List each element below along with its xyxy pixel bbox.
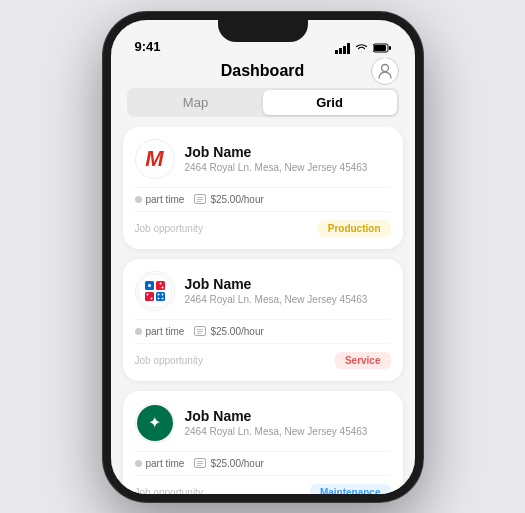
svg-rect-8: [195, 195, 206, 204]
svg-point-17: [161, 286, 163, 288]
mcdonalds-m: M: [145, 146, 163, 172]
job-address-3: 2464 Royal Ln. Mesa, New Jersey 45463: [185, 426, 391, 437]
salary-icon-3: [194, 458, 206, 468]
card-info-2: Job Name 2464 Royal Ln. Mesa, New Jersey…: [185, 276, 391, 305]
tab-switcher: Map Grid: [127, 88, 399, 117]
svg-rect-0: [335, 50, 338, 54]
svg-point-12: [138, 274, 172, 308]
battery-icon: [373, 43, 391, 53]
page-title: Dashboard: [221, 62, 305, 80]
svg-rect-18: [145, 292, 154, 301]
card-details-1: part time $25.00/hour: [135, 187, 391, 212]
starbucks-circle: ✦: [137, 405, 173, 441]
tab-grid[interactable]: Grid: [263, 90, 397, 115]
job-salary-1: $25.00/hour: [194, 194, 263, 205]
signal-icon: [335, 43, 350, 54]
company-logo-starbucks: ✦: [135, 403, 175, 443]
app-content: Dashboard Map Grid M: [111, 58, 415, 494]
badge-production-1: Production: [318, 220, 391, 237]
dot-icon-3: [135, 460, 142, 467]
job-address-1: 2464 Royal Ln. Mesa, New Jersey 45463: [185, 162, 391, 173]
svg-point-7: [381, 64, 388, 71]
job-name-3: Job Name: [185, 408, 391, 424]
job-type-3: part time: [135, 458, 185, 469]
svg-point-19: [146, 293, 148, 295]
job-type-2: part time: [135, 326, 185, 337]
svg-rect-26: [195, 327, 206, 336]
job-card-1[interactable]: M Job Name 2464 Royal Ln. Mesa, New Jers…: [123, 127, 403, 249]
salary-icon-2: [194, 326, 206, 336]
svg-rect-21: [156, 292, 165, 301]
status-bar: 9:41: [111, 20, 415, 58]
job-type-1: part time: [135, 194, 185, 205]
company-logo-dominos: [135, 271, 175, 311]
card-top-1: M Job Name 2464 Royal Ln. Mesa, New Jers…: [135, 139, 391, 179]
dominos-logo: [137, 273, 173, 309]
job-name-1: Job Name: [185, 144, 391, 160]
avatar-button[interactable]: [371, 58, 399, 85]
opportunity-label-1: Job opportunity: [135, 223, 203, 234]
job-salary-3: $25.00/hour: [194, 458, 263, 469]
svg-point-20: [150, 297, 152, 299]
card-info-3: Job Name 2464 Royal Ln. Mesa, New Jersey…: [185, 408, 391, 437]
card-details-2: part time $25.00/hour: [135, 319, 391, 344]
card-top-3: ✦ Job Name 2464 Royal Ln. Mesa, New Jers…: [135, 403, 391, 443]
svg-point-22: [157, 293, 159, 295]
job-address-2: 2464 Royal Ln. Mesa, New Jersey 45463: [185, 294, 391, 305]
svg-rect-3: [347, 43, 350, 54]
svg-rect-5: [374, 45, 386, 51]
notch: [218, 20, 308, 42]
opportunity-label-2: Job opportunity: [135, 355, 203, 366]
card-footer-2: Job opportunity Service: [135, 352, 391, 369]
job-card-3[interactable]: ✦ Job Name 2464 Royal Ln. Mesa, New Jers…: [123, 391, 403, 494]
svg-point-23: [161, 293, 163, 295]
badge-maintenance-3: Maintenance: [310, 484, 391, 494]
svg-rect-1: [339, 48, 342, 54]
badge-service-2: Service: [335, 352, 391, 369]
svg-rect-30: [195, 459, 206, 468]
svg-rect-2: [343, 46, 346, 54]
svg-rect-6: [389, 46, 391, 50]
header: Dashboard: [111, 58, 415, 88]
salary-icon-1: [194, 194, 206, 204]
card-info-1: Job Name 2464 Royal Ln. Mesa, New Jersey…: [185, 144, 391, 173]
card-footer-3: Job opportunity Maintenance: [135, 484, 391, 494]
phone-frame: 9:41 Dashbo: [103, 12, 423, 502]
opportunity-label-3: Job opportunity: [135, 487, 203, 494]
jobs-list: M Job Name 2464 Royal Ln. Mesa, New Jers…: [111, 127, 415, 494]
starbucks-star-icon: ✦: [148, 413, 161, 432]
user-icon: [378, 63, 392, 79]
card-footer-1: Job opportunity Production: [135, 220, 391, 237]
wifi-icon: [355, 43, 368, 53]
card-details-3: part time $25.00/hour: [135, 451, 391, 476]
svg-point-25: [161, 297, 163, 299]
status-icons: [335, 43, 391, 54]
svg-rect-15: [156, 281, 165, 290]
company-logo-mcdonalds: M: [135, 139, 175, 179]
job-salary-2: $25.00/hour: [194, 326, 263, 337]
tab-map[interactable]: Map: [129, 90, 263, 115]
svg-point-16: [159, 282, 161, 284]
svg-point-24: [157, 297, 159, 299]
svg-point-14: [148, 284, 151, 287]
dot-icon-2: [135, 328, 142, 335]
job-name-2: Job Name: [185, 276, 391, 292]
status-time: 9:41: [135, 39, 161, 54]
card-top-2: Job Name 2464 Royal Ln. Mesa, New Jersey…: [135, 271, 391, 311]
job-card-2[interactable]: Job Name 2464 Royal Ln. Mesa, New Jersey…: [123, 259, 403, 381]
dot-icon-1: [135, 196, 142, 203]
